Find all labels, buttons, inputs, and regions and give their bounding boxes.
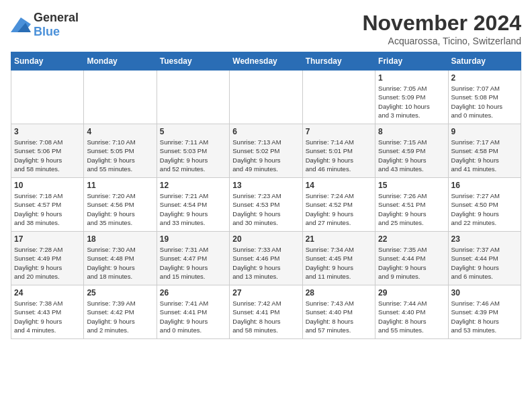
calendar-cell [302,71,375,124]
day-info: Sunrise: 7:27 AM Sunset: 4:50 PM Dayligh… [451,191,518,227]
day-number: 11 [87,181,153,190]
calendar-week-5: 24Sunrise: 7:38 AM Sunset: 4:43 PM Dayli… [11,285,521,339]
calendar-cell: 10Sunrise: 7:18 AM Sunset: 4:57 PM Dayli… [11,178,84,232]
day-info: Sunrise: 7:33 AM Sunset: 4:46 PM Dayligh… [232,245,299,281]
day-number: 17 [14,234,81,244]
logo-icon [11,17,31,32]
day-number: 8 [378,127,445,136]
calendar-cell [157,71,229,124]
day-number: 9 [451,127,518,136]
day-info: Sunrise: 7:14 AM Sunset: 5:01 PM Dayligh… [306,138,372,173]
calendar-cell: 11Sunrise: 7:20 AM Sunset: 4:56 PM Dayli… [84,178,157,232]
day-info: Sunrise: 7:17 AM Sunset: 4:58 PM Dayligh… [451,138,518,173]
calendar-cell: 19Sunrise: 7:31 AM Sunset: 4:47 PM Dayli… [157,232,229,285]
day-number: 1 [378,73,445,83]
day-info: Sunrise: 7:37 AM Sunset: 4:44 PM Dayligh… [451,245,518,281]
day-number: 7 [306,127,372,136]
calendar-cell [11,71,84,124]
day-info: Sunrise: 7:07 AM Sunset: 5:08 PM Dayligh… [451,84,518,120]
day-number: 13 [232,181,299,190]
calendar-table: SundayMondayTuesdayWednesdayThursdayFrid… [11,52,521,339]
calendar-cell: 21Sunrise: 7:34 AM Sunset: 4:45 PM Dayli… [302,232,375,285]
calendar-cell: 9Sunrise: 7:17 AM Sunset: 4:58 PM Daylig… [448,124,521,178]
page-header: General Blue November 2024 Acquarossa, T… [11,11,521,46]
logo-text-blue: Blue [34,25,60,38]
day-info: Sunrise: 7:23 AM Sunset: 4:53 PM Dayligh… [232,191,299,227]
day-info: Sunrise: 7:05 AM Sunset: 5:09 PM Dayligh… [378,84,445,120]
day-number: 4 [87,127,153,136]
day-number: 25 [87,288,153,298]
calendar-cell: 8Sunrise: 7:15 AM Sunset: 4:59 PM Daylig… [375,124,448,178]
day-info: Sunrise: 7:20 AM Sunset: 4:56 PM Dayligh… [87,191,153,227]
calendar-cell: 6Sunrise: 7:13 AM Sunset: 5:02 PM Daylig… [230,124,302,178]
calendar-week-2: 3Sunrise: 7:08 AM Sunset: 5:06 PM Daylig… [11,124,521,178]
day-number: 27 [232,288,299,298]
calendar-cell: 4Sunrise: 7:10 AM Sunset: 5:05 PM Daylig… [84,124,157,178]
calendar-cell: 15Sunrise: 7:26 AM Sunset: 4:51 PM Dayli… [375,178,448,232]
calendar-cell: 30Sunrise: 7:46 AM Sunset: 4:39 PM Dayli… [448,285,521,339]
weekday-header-thursday: Thursday [302,52,375,71]
day-number: 26 [160,288,226,298]
calendar-cell: 20Sunrise: 7:33 AM Sunset: 4:46 PM Dayli… [230,232,302,285]
calendar-cell: 2Sunrise: 7:07 AM Sunset: 5:08 PM Daylig… [448,71,521,124]
day-number: 3 [14,127,81,136]
calendar-cell: 5Sunrise: 7:11 AM Sunset: 5:03 PM Daylig… [157,124,229,178]
day-info: Sunrise: 7:21 AM Sunset: 4:54 PM Dayligh… [160,191,226,227]
calendar-cell: 28Sunrise: 7:43 AM Sunset: 4:40 PM Dayli… [302,285,375,339]
day-number: 10 [14,181,81,190]
calendar-cell: 14Sunrise: 7:24 AM Sunset: 4:52 PM Dayli… [302,178,375,232]
calendar-cell: 12Sunrise: 7:21 AM Sunset: 4:54 PM Dayli… [157,178,229,232]
day-info: Sunrise: 7:24 AM Sunset: 4:52 PM Dayligh… [306,191,372,227]
calendar-cell: 13Sunrise: 7:23 AM Sunset: 4:53 PM Dayli… [230,178,302,232]
day-info: Sunrise: 7:35 AM Sunset: 4:44 PM Dayligh… [378,245,445,281]
calendar-cell: 23Sunrise: 7:37 AM Sunset: 4:44 PM Dayli… [448,232,521,285]
calendar-cell: 29Sunrise: 7:44 AM Sunset: 4:40 PM Dayli… [375,285,448,339]
calendar-cell: 25Sunrise: 7:39 AM Sunset: 4:42 PM Dayli… [84,285,157,339]
day-info: Sunrise: 7:41 AM Sunset: 4:41 PM Dayligh… [160,299,226,334]
calendar-cell: 3Sunrise: 7:08 AM Sunset: 5:06 PM Daylig… [11,124,84,178]
day-info: Sunrise: 7:31 AM Sunset: 4:47 PM Dayligh… [160,245,226,281]
day-number: 22 [378,234,445,244]
day-info: Sunrise: 7:42 AM Sunset: 4:41 PM Dayligh… [232,299,299,334]
weekday-header-wednesday: Wednesday [230,52,302,71]
calendar-week-1: 1Sunrise: 7:05 AM Sunset: 5:09 PM Daylig… [11,71,521,124]
day-info: Sunrise: 7:26 AM Sunset: 4:51 PM Dayligh… [378,191,445,227]
day-number: 2 [451,73,518,83]
day-number: 15 [378,181,445,190]
day-info: Sunrise: 7:34 AM Sunset: 4:45 PM Dayligh… [306,245,372,281]
day-number: 5 [160,127,226,136]
calendar-cell [230,71,302,124]
weekday-header-friday: Friday [375,52,448,71]
calendar-cell: 27Sunrise: 7:42 AM Sunset: 4:41 PM Dayli… [230,285,302,339]
weekday-header-saturday: Saturday [448,52,521,71]
calendar-cell: 1Sunrise: 7:05 AM Sunset: 5:09 PM Daylig… [375,71,448,124]
day-info: Sunrise: 7:39 AM Sunset: 4:42 PM Dayligh… [87,299,153,334]
day-number: 19 [160,234,226,244]
day-info: Sunrise: 7:10 AM Sunset: 5:05 PM Dayligh… [87,138,153,173]
day-info: Sunrise: 7:43 AM Sunset: 4:40 PM Dayligh… [306,299,372,334]
day-info: Sunrise: 7:15 AM Sunset: 4:59 PM Dayligh… [378,138,445,173]
day-info: Sunrise: 7:08 AM Sunset: 5:06 PM Dayligh… [14,138,81,173]
day-info: Sunrise: 7:38 AM Sunset: 4:43 PM Dayligh… [14,299,81,334]
day-number: 20 [232,234,299,244]
day-number: 12 [160,181,226,190]
weekday-header-row: SundayMondayTuesdayWednesdayThursdayFrid… [11,52,521,71]
day-number: 30 [451,288,518,298]
calendar-cell: 26Sunrise: 7:41 AM Sunset: 4:41 PM Dayli… [157,285,229,339]
title-area: November 2024 Acquarossa, Ticino, Switze… [362,11,521,46]
logo: General Blue [11,11,79,39]
day-info: Sunrise: 7:11 AM Sunset: 5:03 PM Dayligh… [160,138,226,173]
calendar-cell: 18Sunrise: 7:30 AM Sunset: 4:48 PM Dayli… [84,232,157,285]
weekday-header-sunday: Sunday [11,52,84,71]
calendar-title: November 2024 [362,11,521,36]
day-number: 14 [306,181,372,190]
day-number: 18 [87,234,153,244]
day-info: Sunrise: 7:46 AM Sunset: 4:39 PM Dayligh… [451,299,518,334]
day-number: 23 [451,234,518,244]
day-info: Sunrise: 7:44 AM Sunset: 4:40 PM Dayligh… [378,299,445,334]
day-number: 6 [232,127,299,136]
calendar-week-3: 10Sunrise: 7:18 AM Sunset: 4:57 PM Dayli… [11,178,521,232]
calendar-cell: 24Sunrise: 7:38 AM Sunset: 4:43 PM Dayli… [11,285,84,339]
calendar-cell: 17Sunrise: 7:28 AM Sunset: 4:49 PM Dayli… [11,232,84,285]
calendar-subtitle: Acquarossa, Ticino, Switzerland [362,36,521,46]
